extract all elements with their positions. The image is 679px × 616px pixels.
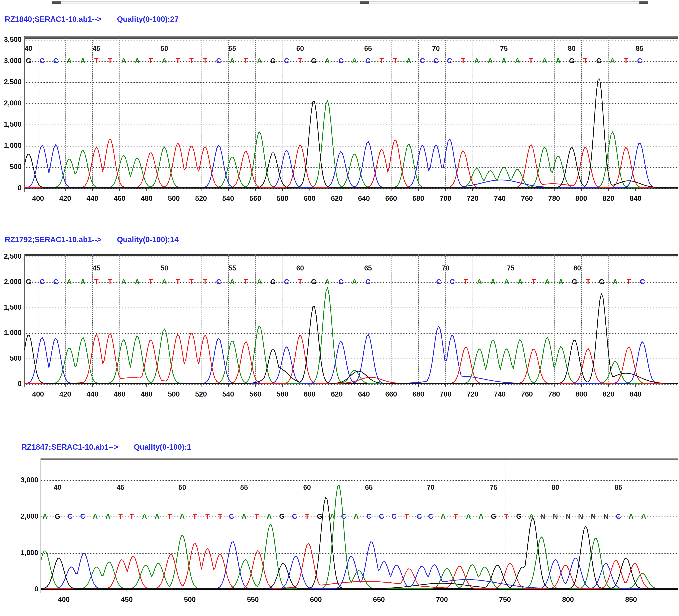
gridline-vertical [473, 36, 473, 188]
gridline-vertical [500, 36, 500, 188]
gridline-vertical [364, 254, 364, 384]
base-call: C [447, 57, 452, 65]
base-call: A [105, 512, 110, 520]
base-call: A [121, 57, 126, 65]
base-call: C [216, 57, 221, 65]
gridline-horizontal [25, 282, 678, 283]
base-call: A [93, 512, 98, 520]
base-position-number: 80 [568, 44, 576, 53]
gridline-vertical [337, 254, 337, 384]
base-position-number: 55 [228, 264, 236, 272]
base-call: C [417, 512, 422, 520]
base-call: T [255, 512, 259, 520]
x-axis-tick-label: 400 [23, 390, 53, 398]
x-axis-tick-label: 440 [77, 195, 108, 202]
gridline-horizontal [25, 82, 678, 83]
base-call: T [531, 278, 536, 286]
trace-path-C [25, 327, 676, 383]
gridline-vertical [92, 36, 93, 188]
x-axis-tick-mark [472, 188, 473, 191]
x-axis-tick-mark [568, 589, 568, 592]
base-call: A [488, 57, 493, 65]
gridline-vertical [527, 36, 527, 188]
gridline-horizontal [41, 589, 678, 590]
gridline-vertical [442, 458, 442, 589]
x-axis-tick-label: 600 [294, 390, 325, 398]
base-call: A [354, 512, 359, 520]
y-axis-line [40, 458, 41, 593]
chromatogram-report: RZ1840;SERAC1-10.ab1--> Quality(0-100):2… [0, 0, 679, 616]
base-call: C [53, 57, 58, 65]
gridline-vertical [316, 458, 316, 589]
base-call: A [257, 57, 262, 65]
base-position-number: 50 [161, 44, 168, 53]
x-axis-tick-mark [228, 188, 229, 191]
base-call: T [118, 512, 123, 520]
x-axis-tick-label: 640 [349, 390, 379, 398]
trace-path-C [25, 139, 676, 187]
base-call: A [466, 512, 471, 520]
gridline-vertical [65, 36, 66, 188]
x-axis-tick-label: 650 [364, 595, 394, 604]
gridline-vertical [379, 458, 379, 589]
x-axis-tick-label: 620 [322, 195, 352, 202]
base-position-number: 40 [25, 44, 32, 53]
trace-path-A [25, 288, 676, 383]
gridline-vertical [554, 254, 555, 384]
chromatogram-panel-2: RZ1792;SERAC1-10.ab1--> Quality(0-100):1… [0, 0, 679, 616]
x-axis-tick-mark [505, 589, 506, 592]
gridline-vertical [364, 36, 364, 188]
base-call: G [599, 278, 604, 286]
base-call: C [391, 512, 396, 520]
base-call: N [591, 512, 596, 520]
base-call: G [270, 278, 276, 286]
base-call: C [366, 512, 371, 520]
base-position-number: 65 [364, 264, 372, 272]
x-axis-tick-mark [65, 188, 66, 191]
y-axis-tick-label: 2,500 [0, 78, 22, 86]
strip-marker [360, 1, 369, 4]
plot-top-border [41, 458, 678, 460]
chromatogram-panel-3: RZ1847;SERAC1-10.ab1--> Quality(0-100):1… [0, 0, 679, 616]
x-axis-tick-label: 820 [593, 195, 624, 202]
x-axis-tick-label: 520 [186, 195, 216, 202]
x-axis-tick-label: 480 [131, 390, 162, 398]
base-call: C [216, 278, 221, 286]
base-call: G [516, 512, 521, 520]
base-call: T [130, 512, 134, 520]
gridline-vertical [38, 254, 38, 384]
base-call: T [244, 57, 248, 65]
x-axis-tick-mark [472, 384, 473, 387]
x-axis-tick-mark [554, 188, 555, 191]
base-call: C [433, 57, 438, 65]
y-axis-tick-label: 0 [0, 380, 22, 388]
x-axis-tick-mark [38, 188, 38, 191]
y-axis-tick-label: 2,000 [9, 512, 38, 520]
base-call: A [610, 57, 615, 65]
base-call: A [515, 57, 520, 65]
gridline-vertical [201, 36, 201, 188]
gridline-horizontal [25, 167, 678, 168]
base-position-number: 45 [93, 44, 100, 53]
x-axis-tick-label: 740 [484, 390, 515, 398]
plot-top-border [25, 254, 678, 255]
y-axis-tick-label: 3,000 [0, 57, 22, 65]
x-axis-tick-label: 460 [104, 195, 135, 202]
x-axis-tick-mark [255, 188, 256, 191]
y-axis-tick-label: 500 [0, 163, 22, 171]
base-position-number: 55 [228, 44, 236, 53]
trace-path-G [41, 498, 676, 589]
base-call: A [502, 57, 506, 65]
gridline-horizontal [25, 384, 678, 385]
x-axis-tick-mark [364, 384, 364, 387]
gridline-vertical [127, 458, 127, 589]
x-axis-tick-mark [499, 188, 500, 191]
gridline-vertical [310, 254, 310, 384]
gridline-vertical [310, 36, 310, 188]
gridline-vertical [201, 254, 201, 384]
x-axis-tick-label: 720 [457, 195, 488, 202]
gridline-horizontal [25, 40, 678, 40]
x-axis-tick-mark [173, 188, 174, 191]
y-axis-tick-label: 1,000 [0, 329, 22, 337]
base-call: A [135, 278, 140, 286]
